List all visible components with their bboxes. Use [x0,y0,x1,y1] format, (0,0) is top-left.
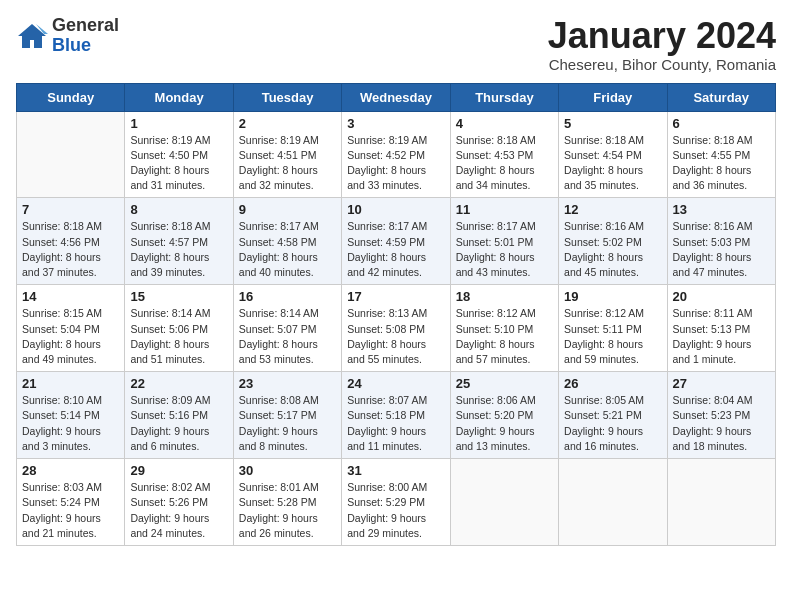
day-number: 17 [347,289,444,304]
day-info: Sunrise: 8:18 AM Sunset: 4:57 PM Dayligh… [130,219,227,280]
calendar-day-cell [17,111,125,198]
day-info: Sunrise: 8:12 AM Sunset: 5:11 PM Dayligh… [564,306,661,367]
day-info: Sunrise: 8:19 AM Sunset: 4:52 PM Dayligh… [347,133,444,194]
calendar-day-cell: 1Sunrise: 8:19 AM Sunset: 4:50 PM Daylig… [125,111,233,198]
svg-marker-0 [18,24,46,48]
day-number: 22 [130,376,227,391]
title-block: January 2024 Chesereu, Bihor County, Rom… [548,16,776,73]
location-subtitle: Chesereu, Bihor County, Romania [548,56,776,73]
day-info: Sunrise: 8:16 AM Sunset: 5:02 PM Dayligh… [564,219,661,280]
weekday-header-thursday: Thursday [450,83,558,111]
day-info: Sunrise: 8:13 AM Sunset: 5:08 PM Dayligh… [347,306,444,367]
weekday-header-friday: Friday [559,83,667,111]
calendar-day-cell: 22Sunrise: 8:09 AM Sunset: 5:16 PM Dayli… [125,372,233,459]
day-info: Sunrise: 8:18 AM Sunset: 4:53 PM Dayligh… [456,133,553,194]
calendar-day-cell: 12Sunrise: 8:16 AM Sunset: 5:02 PM Dayli… [559,198,667,285]
calendar-week-row: 7Sunrise: 8:18 AM Sunset: 4:56 PM Daylig… [17,198,776,285]
day-info: Sunrise: 8:14 AM Sunset: 5:07 PM Dayligh… [239,306,336,367]
day-info: Sunrise: 8:07 AM Sunset: 5:18 PM Dayligh… [347,393,444,454]
weekday-header-tuesday: Tuesday [233,83,341,111]
day-info: Sunrise: 8:00 AM Sunset: 5:29 PM Dayligh… [347,480,444,541]
day-number: 29 [130,463,227,478]
day-number: 6 [673,116,770,131]
calendar-day-cell: 17Sunrise: 8:13 AM Sunset: 5:08 PM Dayli… [342,285,450,372]
day-number: 18 [456,289,553,304]
calendar-day-cell: 23Sunrise: 8:08 AM Sunset: 5:17 PM Dayli… [233,372,341,459]
calendar-day-cell: 13Sunrise: 8:16 AM Sunset: 5:03 PM Dayli… [667,198,775,285]
day-number: 28 [22,463,119,478]
day-number: 2 [239,116,336,131]
calendar-day-cell: 24Sunrise: 8:07 AM Sunset: 5:18 PM Dayli… [342,372,450,459]
day-info: Sunrise: 8:19 AM Sunset: 4:50 PM Dayligh… [130,133,227,194]
day-info: Sunrise: 8:18 AM Sunset: 4:54 PM Dayligh… [564,133,661,194]
day-number: 14 [22,289,119,304]
month-title: January 2024 [548,16,776,56]
calendar-day-cell: 25Sunrise: 8:06 AM Sunset: 5:20 PM Dayli… [450,372,558,459]
calendar-day-cell: 30Sunrise: 8:01 AM Sunset: 5:28 PM Dayli… [233,459,341,546]
logo: General Blue [16,16,119,56]
calendar-day-cell: 18Sunrise: 8:12 AM Sunset: 5:10 PM Dayli… [450,285,558,372]
calendar-day-cell: 8Sunrise: 8:18 AM Sunset: 4:57 PM Daylig… [125,198,233,285]
calendar-day-cell: 15Sunrise: 8:14 AM Sunset: 5:06 PM Dayli… [125,285,233,372]
day-info: Sunrise: 8:08 AM Sunset: 5:17 PM Dayligh… [239,393,336,454]
day-number: 15 [130,289,227,304]
day-info: Sunrise: 8:17 AM Sunset: 4:58 PM Dayligh… [239,219,336,280]
day-number: 1 [130,116,227,131]
day-number: 13 [673,202,770,217]
day-info: Sunrise: 8:17 AM Sunset: 5:01 PM Dayligh… [456,219,553,280]
day-number: 31 [347,463,444,478]
calendar-week-row: 21Sunrise: 8:10 AM Sunset: 5:14 PM Dayli… [17,372,776,459]
calendar-day-cell: 29Sunrise: 8:02 AM Sunset: 5:26 PM Dayli… [125,459,233,546]
day-info: Sunrise: 8:06 AM Sunset: 5:20 PM Dayligh… [456,393,553,454]
day-info: Sunrise: 8:03 AM Sunset: 5:24 PM Dayligh… [22,480,119,541]
day-number: 9 [239,202,336,217]
calendar-day-cell: 7Sunrise: 8:18 AM Sunset: 4:56 PM Daylig… [17,198,125,285]
day-info: Sunrise: 8:09 AM Sunset: 5:16 PM Dayligh… [130,393,227,454]
day-info: Sunrise: 8:10 AM Sunset: 5:14 PM Dayligh… [22,393,119,454]
weekday-header-monday: Monday [125,83,233,111]
day-info: Sunrise: 8:12 AM Sunset: 5:10 PM Dayligh… [456,306,553,367]
calendar-day-cell: 10Sunrise: 8:17 AM Sunset: 4:59 PM Dayli… [342,198,450,285]
logo-icon [16,22,48,50]
calendar-day-cell: 14Sunrise: 8:15 AM Sunset: 5:04 PM Dayli… [17,285,125,372]
day-number: 20 [673,289,770,304]
day-number: 11 [456,202,553,217]
calendar-table: SundayMondayTuesdayWednesdayThursdayFrid… [16,83,776,546]
calendar-day-cell: 26Sunrise: 8:05 AM Sunset: 5:21 PM Dayli… [559,372,667,459]
weekday-header-row: SundayMondayTuesdayWednesdayThursdayFrid… [17,83,776,111]
day-number: 3 [347,116,444,131]
day-info: Sunrise: 8:15 AM Sunset: 5:04 PM Dayligh… [22,306,119,367]
calendar-day-cell: 2Sunrise: 8:19 AM Sunset: 4:51 PM Daylig… [233,111,341,198]
day-info: Sunrise: 8:01 AM Sunset: 5:28 PM Dayligh… [239,480,336,541]
day-number: 21 [22,376,119,391]
day-info: Sunrise: 8:02 AM Sunset: 5:26 PM Dayligh… [130,480,227,541]
calendar-day-cell: 9Sunrise: 8:17 AM Sunset: 4:58 PM Daylig… [233,198,341,285]
calendar-day-cell [450,459,558,546]
day-number: 4 [456,116,553,131]
calendar-day-cell: 27Sunrise: 8:04 AM Sunset: 5:23 PM Dayli… [667,372,775,459]
calendar-day-cell: 3Sunrise: 8:19 AM Sunset: 4:52 PM Daylig… [342,111,450,198]
day-info: Sunrise: 8:05 AM Sunset: 5:21 PM Dayligh… [564,393,661,454]
day-number: 27 [673,376,770,391]
day-info: Sunrise: 8:17 AM Sunset: 4:59 PM Dayligh… [347,219,444,280]
day-number: 7 [22,202,119,217]
day-number: 19 [564,289,661,304]
day-number: 12 [564,202,661,217]
calendar-day-cell: 21Sunrise: 8:10 AM Sunset: 5:14 PM Dayli… [17,372,125,459]
day-info: Sunrise: 8:16 AM Sunset: 5:03 PM Dayligh… [673,219,770,280]
day-info: Sunrise: 8:14 AM Sunset: 5:06 PM Dayligh… [130,306,227,367]
calendar-day-cell [667,459,775,546]
day-info: Sunrise: 8:18 AM Sunset: 4:56 PM Dayligh… [22,219,119,280]
day-number: 24 [347,376,444,391]
calendar-day-cell: 31Sunrise: 8:00 AM Sunset: 5:29 PM Dayli… [342,459,450,546]
day-info: Sunrise: 8:18 AM Sunset: 4:55 PM Dayligh… [673,133,770,194]
calendar-day-cell: 6Sunrise: 8:18 AM Sunset: 4:55 PM Daylig… [667,111,775,198]
day-info: Sunrise: 8:04 AM Sunset: 5:23 PM Dayligh… [673,393,770,454]
weekday-header-saturday: Saturday [667,83,775,111]
day-number: 10 [347,202,444,217]
weekday-header-wednesday: Wednesday [342,83,450,111]
calendar-week-row: 28Sunrise: 8:03 AM Sunset: 5:24 PM Dayli… [17,459,776,546]
calendar-day-cell: 11Sunrise: 8:17 AM Sunset: 5:01 PM Dayli… [450,198,558,285]
calendar-week-row: 14Sunrise: 8:15 AM Sunset: 5:04 PM Dayli… [17,285,776,372]
day-number: 8 [130,202,227,217]
